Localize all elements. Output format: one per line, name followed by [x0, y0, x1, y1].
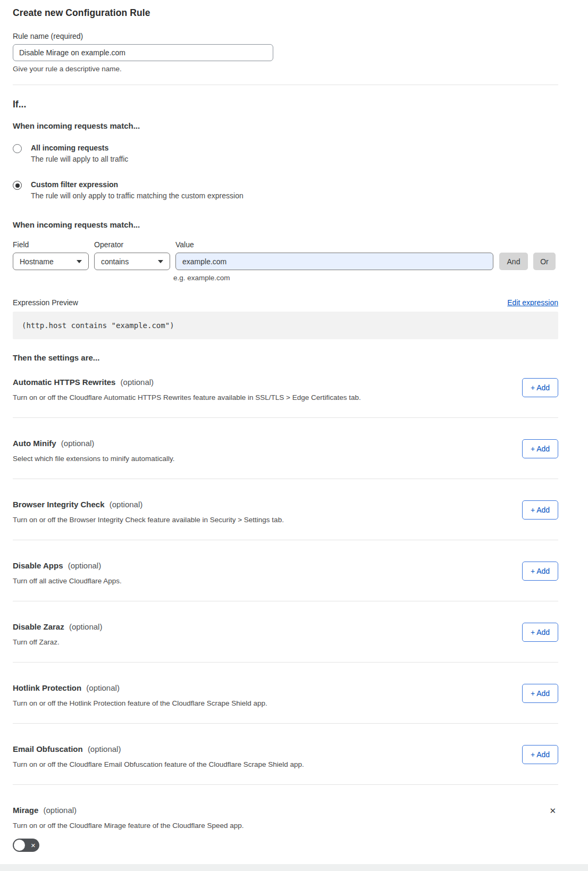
operator-label: Operator	[94, 240, 170, 249]
add-button[interactable]: + Add	[522, 439, 558, 458]
setting-title: Auto Minify	[13, 439, 56, 448]
setting-description: Turn off all active Cloudflare Apps.	[13, 577, 122, 585]
radio-custom-filter-expression[interactable]: Custom filter expression The rule will o…	[13, 180, 558, 200]
value-column: Value	[175, 240, 493, 270]
setting-title: Hotlink Protection	[13, 683, 81, 692]
field-select[interactable]: Hostname	[13, 253, 89, 270]
add-button[interactable]: + Add	[522, 500, 558, 520]
radio-description: The rule will apply to all traffic	[31, 155, 128, 163]
bottom-strip	[0, 864, 588, 871]
radio-description: The rule will only apply to traffic matc…	[31, 191, 243, 200]
setting-title: Browser Integrity Check	[13, 500, 105, 509]
optional-label: (optional)	[110, 500, 143, 509]
field-select-value: Hostname	[20, 257, 54, 266]
close-icon[interactable]: ✕	[549, 807, 556, 815]
then-settings-heading: Then the settings are...	[13, 353, 558, 362]
chevron-down-icon	[77, 260, 82, 263]
optional-label: (optional)	[61, 439, 95, 448]
setting-title: Disable Apps	[13, 561, 63, 570]
setting-hotlink-protection: Hotlink Protection (optional) Turn on or…	[13, 663, 558, 723]
condition-row: Field Hostname Operator contains Value A…	[13, 240, 558, 270]
setting-description: Turn on or off the Hotlink Protection fe…	[13, 699, 267, 707]
setting-disable-zaraz: Disable Zaraz (optional) Turn off Zaraz.…	[13, 601, 558, 662]
setting-title: Mirage	[13, 806, 38, 815]
page-title: Create new Configuration Rule	[13, 7, 558, 19]
setting-description: Turn off Zaraz.	[13, 638, 102, 646]
setting-description: Select which file extensions to minify a…	[13, 455, 174, 463]
setting-description: Turn on or off the Browser Integrity Che…	[13, 516, 284, 524]
optional-label: (optional)	[44, 806, 77, 815]
toggle-knob-icon	[14, 840, 25, 851]
add-button[interactable]: + Add	[522, 745, 558, 764]
optional-label: (optional)	[69, 622, 103, 631]
value-helper: e.g. example.com	[173, 274, 558, 282]
expression-code-text: (http.host contains "example.com")	[22, 321, 174, 330]
radio-icon[interactable]	[13, 144, 22, 153]
rule-name-input[interactable]	[13, 44, 273, 61]
if-heading: If...	[13, 99, 558, 110]
setting-description: Turn on or off the Cloudflare Email Obfu…	[13, 760, 304, 768]
setting-title: Email Obfuscation	[13, 744, 83, 753]
setting-automatic-https-rewrites: Automatic HTTPS Rewrites (optional) Turn…	[13, 362, 558, 417]
optional-label: (optional)	[86, 683, 120, 692]
optional-label: (optional)	[88, 744, 121, 753]
divider	[13, 85, 558, 85]
rule-name-label: Rule name (required)	[13, 32, 558, 40]
expression-preview-code: (http.host contains "example.com")	[13, 312, 558, 339]
expression-preview-header: Expression Preview Edit expression	[13, 298, 558, 307]
chevron-down-icon	[158, 260, 163, 263]
setting-auto-minify: Auto Minify (optional) Select which file…	[13, 418, 558, 479]
add-button[interactable]: + Add	[522, 378, 558, 397]
optional-label: (optional)	[121, 378, 154, 387]
setting-title: Disable Zaraz	[13, 622, 64, 631]
operator-select[interactable]: contains	[94, 253, 170, 270]
rule-name-helper: Give your rule a descriptive name.	[13, 65, 558, 73]
and-button[interactable]: And	[499, 253, 528, 270]
radio-label: All incoming requests	[31, 144, 128, 152]
setting-description: Turn on or off the Cloudflare Mirage fea…	[13, 822, 244, 830]
operator-column: Operator contains	[94, 240, 170, 270]
edit-expression-link[interactable]: Edit expression	[507, 298, 558, 307]
expression-builder-heading: When incoming requests match...	[13, 220, 558, 229]
optional-label: (optional)	[68, 561, 102, 570]
add-button[interactable]: + Add	[522, 562, 558, 581]
add-button[interactable]: + Add	[522, 684, 558, 703]
setting-description: Turn on or off the Cloudflare Automatic …	[13, 393, 361, 401]
match-heading: When incoming requests match...	[13, 121, 558, 130]
or-button[interactable]: Or	[533, 253, 556, 270]
mirage-toggle[interactable]: ✕	[13, 839, 39, 852]
setting-mirage: Mirage (optional) Turn on or off the Clo…	[13, 785, 558, 868]
field-label: Field	[13, 240, 89, 249]
add-button[interactable]: + Add	[522, 623, 558, 642]
radio-label: Custom filter expression	[31, 180, 243, 189]
create-configuration-rule-form: Create new Configuration Rule Rule name …	[0, 0, 588, 868]
radio-icon-selected[interactable]	[13, 181, 22, 190]
toggle-off-icon: ✕	[31, 842, 36, 848]
field-column: Field Hostname	[13, 240, 89, 270]
operator-select-value: contains	[101, 257, 129, 266]
value-input[interactable]	[175, 253, 493, 270]
setting-title: Automatic HTTPS Rewrites	[13, 378, 115, 387]
radio-all-incoming-requests[interactable]: All incoming requests The rule will appl…	[13, 144, 558, 163]
value-label: Value	[175, 240, 493, 249]
setting-email-obfuscation: Email Obfuscation (optional) Turn on or …	[13, 724, 558, 784]
setting-browser-integrity-check: Browser Integrity Check (optional) Turn …	[13, 479, 558, 540]
expression-preview-label: Expression Preview	[13, 298, 78, 307]
setting-disable-apps: Disable Apps (optional) Turn off all act…	[13, 540, 558, 601]
